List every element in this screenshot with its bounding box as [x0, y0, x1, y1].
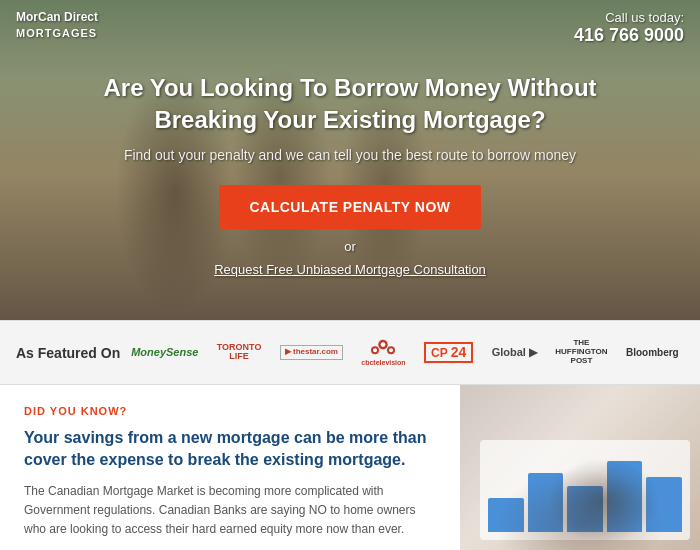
- media-logos: MoneySense TORONTOLIFE ▶ thestar.com cbc…: [126, 338, 684, 367]
- featured-bar: As Featured On MoneySense TORONTOLIFE ▶ …: [0, 320, 700, 385]
- moneysense-logo: MoneySense: [131, 346, 198, 358]
- bottom-section: DID YOU KNOW? Your savings from a new mo…: [0, 385, 700, 550]
- toronto-life-logo: TORONTOLIFE: [217, 343, 262, 363]
- chart-bar-2: [528, 473, 564, 532]
- chart-bar-4: [607, 461, 643, 532]
- chart-visual: [480, 440, 690, 540]
- calculate-penalty-button[interactable]: CALCULATE PENALTY NOW: [219, 185, 480, 229]
- did-you-know-label: DID YOU KNOW?: [24, 405, 436, 417]
- thestar-logo: ▶ thestar.com: [280, 345, 343, 360]
- huffington-post-logo: THEHUFFINGTONPOST: [555, 339, 607, 365]
- hero-section: MorCan Direct MORTGAGES Call us today: 4…: [0, 0, 700, 320]
- did-you-know-section: DID YOU KNOW? Your savings from a new mo…: [0, 385, 460, 550]
- chart-bar-1: [488, 498, 524, 532]
- call-us: Call us today: 416 766 9000: [574, 10, 684, 46]
- svg-point-5: [389, 348, 393, 352]
- cbc-logo: cbctelevision: [361, 338, 405, 367]
- featured-on-label: As Featured On: [16, 345, 126, 361]
- logo: MorCan Direct MORTGAGES: [16, 10, 98, 40]
- hero-content: Are You Looking To Borrow Money Without …: [0, 72, 700, 277]
- did-you-know-headline: Your savings from a new mortgage can be …: [24, 427, 436, 472]
- did-you-know-body: The Canadian Mortgage Market is becoming…: [24, 482, 436, 540]
- hero-headline: Are You Looking To Borrow Money Without …: [60, 72, 640, 134]
- bloomberg-logo: Bloomberg: [626, 347, 679, 358]
- svg-point-4: [373, 348, 377, 352]
- header-bar: MorCan Direct MORTGAGES Call us today: 4…: [0, 0, 700, 56]
- chart-bar-5: [646, 477, 682, 532]
- mortgage-image: [460, 385, 700, 550]
- or-divider: or: [60, 239, 640, 254]
- cbc-icon: [371, 338, 395, 356]
- global-logo: Global ▶: [492, 346, 537, 358]
- hero-subheadline: Find out your penalty and we can tell yo…: [60, 147, 640, 163]
- chart-bar-3: [567, 486, 603, 532]
- cp24-logo: CP 24: [424, 342, 473, 363]
- svg-point-3: [381, 342, 386, 347]
- free-consultation-link[interactable]: Request Free Unbiased Mortgage Consultat…: [214, 262, 486, 277]
